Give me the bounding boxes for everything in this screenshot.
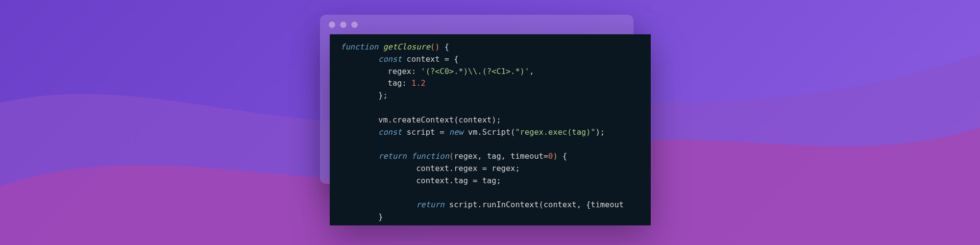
string-literal: "regex.exec(tag)" <box>515 127 595 137</box>
keyword-function: function <box>407 151 449 161</box>
code-line: context.regex = regex; <box>416 164 520 173</box>
function-name: getClosure <box>383 42 430 51</box>
code-line: vm.createContext(context); <box>378 115 501 124</box>
keyword-return: return <box>378 151 407 161</box>
number-literal: 1.2 <box>407 78 426 88</box>
keyword-function: function <box>341 42 378 51</box>
code-line: context.tag = tag; <box>416 176 501 185</box>
property-tag: tag: <box>388 78 407 88</box>
keyword-return: return <box>416 200 444 209</box>
minimize-icon[interactable] <box>340 22 346 28</box>
close-icon[interactable] <box>329 22 335 28</box>
keyword-const: const <box>378 54 402 64</box>
property-regex: regex: <box>388 67 416 76</box>
parens: () <box>430 42 440 51</box>
window-controls <box>320 15 634 35</box>
keyword-const: const <box>378 127 402 137</box>
keyword-new: new <box>449 127 464 137</box>
string-literal: '(?<C0>.*)\\.(?<C1>.*)' <box>416 67 529 76</box>
code-editor: function getClosure() { const context = … <box>330 34 651 225</box>
maximize-icon[interactable] <box>351 22 358 28</box>
